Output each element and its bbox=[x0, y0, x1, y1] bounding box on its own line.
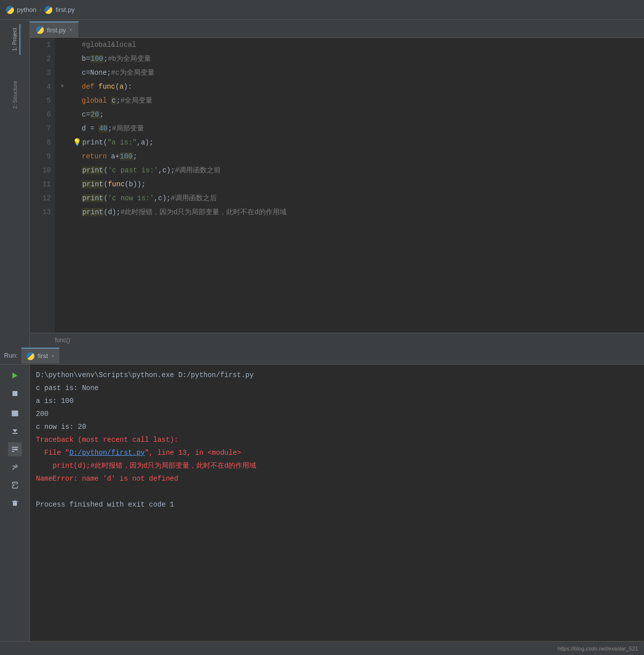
editor-content: 1: Project 2: Structure 1234567891011121… bbox=[0, 38, 644, 333]
lightbulb-icon: 💡 bbox=[73, 135, 81, 149]
python-icon bbox=[6, 6, 14, 14]
code-line-6: c=20; bbox=[59, 108, 644, 122]
breadcrumb-python: python bbox=[17, 6, 36, 13]
console-line: print(d);#此时报错，因为d只为局部变量，此时不在d的作用域 bbox=[36, 459, 638, 472]
run-tab-label: first bbox=[37, 352, 48, 360]
pin-button[interactable] bbox=[8, 460, 22, 474]
console-line: 200 bbox=[36, 407, 638, 420]
svg-rect-1 bbox=[12, 391, 17, 396]
code-line-2: b=100;#b为全局变量 bbox=[59, 52, 644, 66]
code-line-7: d = 40;#局部变量 bbox=[59, 122, 644, 135]
svg-rect-11 bbox=[12, 466, 16, 467]
console-line: c now is: 20 bbox=[36, 420, 638, 433]
code-line-12: print('c now is:',c);#调用函数之后 bbox=[59, 191, 644, 205]
editor-footer: func() bbox=[0, 333, 644, 347]
rerun-button[interactable] bbox=[8, 406, 22, 420]
svg-rect-7 bbox=[12, 447, 18, 448]
bottom-status-bar: https://blog.csdn.net/exsolar_521 bbox=[0, 641, 644, 655]
svg-rect-2 bbox=[12, 411, 18, 412]
code-area[interactable]: #global&localb=100;#b为全局变量c=None;#c为全局变量… bbox=[55, 38, 644, 333]
svg-rect-9 bbox=[12, 451, 14, 452]
fold-arrow[interactable]: ▼ bbox=[59, 83, 66, 90]
console-output: D:\python\venv\Scripts\python.exe D:/pyt… bbox=[30, 365, 644, 641]
svg-rect-16 bbox=[12, 501, 18, 502]
run-tab-icon bbox=[26, 352, 34, 360]
tab-close-button[interactable]: × bbox=[69, 26, 72, 33]
run-button[interactable] bbox=[8, 369, 22, 383]
file-link[interactable]: D:/python/first.py bbox=[69, 449, 145, 457]
sidebar-left: 1: Project 2: Structure bbox=[0, 38, 30, 333]
run-toolbar bbox=[0, 365, 30, 641]
svg-line-12 bbox=[12, 467, 15, 470]
console-line: NameError: name 'd' is not defined bbox=[36, 472, 638, 485]
run-content: D:\python\venv\Scripts\python.exe D:/pyt… bbox=[0, 365, 644, 641]
breadcrumb-file: first.py bbox=[55, 6, 74, 13]
code-line-11: print(func(b)); bbox=[59, 177, 644, 191]
title-bar: python › first.py bbox=[0, 0, 644, 20]
svg-marker-0 bbox=[12, 373, 17, 379]
console-line: a is: 100 bbox=[36, 394, 638, 407]
code-line-5: global c;#全局变量 bbox=[59, 94, 644, 108]
breadcrumb-separator: › bbox=[39, 6, 41, 13]
console-line: File "D:/python/first.py", line 13, in <… bbox=[36, 446, 638, 459]
svg-rect-4 bbox=[12, 415, 18, 416]
tab-python-icon bbox=[36, 26, 44, 34]
main-layout: python › first.py first.py × 1: Project … bbox=[0, 0, 644, 655]
editor-footer-text: func() bbox=[55, 337, 70, 344]
svg-marker-5 bbox=[12, 429, 17, 432]
run-tab[interactable]: first × bbox=[21, 348, 59, 364]
stop-button[interactable] bbox=[8, 387, 22, 400]
console-line: c past is: None bbox=[36, 382, 638, 394]
console-line: Traceback (most recent call last): bbox=[36, 433, 638, 446]
console-line: D:\python\venv\Scripts\python.exe D:/pyt… bbox=[36, 369, 638, 382]
svg-rect-3 bbox=[12, 413, 18, 414]
tab-label: first.py bbox=[47, 26, 66, 34]
code-line-13: print(d);#此时报错，因为d只为局部变量，此时不在d的作用域 bbox=[59, 205, 644, 219]
svg-rect-13 bbox=[12, 482, 17, 484]
code-line-1: #global&local bbox=[59, 38, 644, 52]
run-section: Run: first × bbox=[0, 347, 644, 641]
run-tab-close[interactable]: × bbox=[51, 353, 54, 360]
editor-tab[interactable]: first.py × bbox=[30, 21, 78, 37]
svg-rect-17 bbox=[13, 502, 17, 506]
breakpoint[interactable] bbox=[66, 149, 73, 163]
code-line-8: 💡 print("a is:",a); bbox=[59, 135, 644, 149]
code-line-3: c=None;#c为全局变量 bbox=[59, 66, 644, 80]
run-header: Run: first × bbox=[0, 347, 644, 365]
console-line: Process finished with exit code 1 bbox=[36, 498, 638, 511]
sidebar-tab-project[interactable]: 1: Project bbox=[9, 38, 20, 55]
scroll-end-button[interactable] bbox=[8, 424, 22, 438]
code-line-4: ▼def func(a): bbox=[59, 80, 644, 94]
run-label: Run: bbox=[4, 352, 17, 359]
delete-button[interactable] bbox=[8, 496, 22, 510]
svg-rect-6 bbox=[12, 433, 17, 434]
python-icon-2 bbox=[44, 6, 52, 14]
code-line-9: return a+100; bbox=[59, 149, 644, 163]
status-url: https://blog.csdn.net/exsolar_521 bbox=[558, 646, 638, 652]
line-numbers: 12345678910111213 bbox=[30, 38, 55, 333]
tab-bar: first.py × bbox=[0, 20, 644, 38]
editor-wrapper: first.py × 1: Project 2: Structure 12345… bbox=[0, 20, 644, 347]
code-line-10: print('c past is:',c);#调用函数之前 bbox=[59, 163, 644, 177]
sidebar-tab-structure[interactable]: 2: Structure bbox=[10, 77, 20, 113]
console-line bbox=[36, 485, 638, 498]
sort-button[interactable] bbox=[8, 442, 22, 456]
svg-point-15 bbox=[13, 485, 14, 486]
print-button[interactable] bbox=[8, 478, 22, 492]
